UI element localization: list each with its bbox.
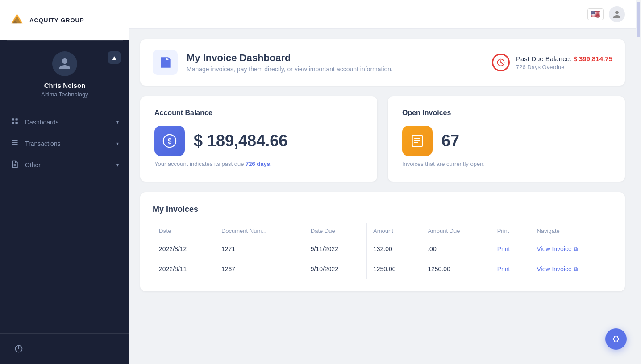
external-link-icon: ⧉	[574, 245, 578, 252]
svg-rect-3	[12, 118, 14, 120]
svg-line-19	[501, 62, 502, 64]
row1-amount: 132.00	[366, 239, 421, 259]
sidebar-item-dashboards[interactable]: Dashboards ▾	[0, 112, 129, 133]
open-invoices-card: Open Invoices 67 Invoices that are curre…	[388, 96, 625, 182]
svg-rect-10	[12, 140, 12, 141]
invoice-dashboard-icon	[159, 56, 171, 69]
sidebar-item-transactions-label: Transactions	[25, 140, 116, 147]
avatar	[52, 51, 77, 76]
dashboard-title: My Invoice Dashboard	[187, 52, 393, 64]
invoices-table-header: Date Document Num... Date Due Amount Amo…	[153, 223, 612, 239]
chevron-down-icon-2: ▾	[116, 141, 119, 147]
svg-text:$: $	[168, 137, 172, 145]
row2-navigate: View Invoice ⧉	[530, 259, 612, 279]
invoices-section: My Invoices Date Document Num... Date Du…	[140, 192, 625, 291]
row2-amount: 1250.00	[366, 259, 421, 279]
settings-fab[interactable]: ⚙	[605, 328, 627, 350]
external-link-icon-2: ⧉	[574, 265, 578, 273]
account-balance-value: $ 189,484.66	[194, 132, 287, 150]
scrollbar-thumb[interactable]	[637, 2, 640, 37]
row1-print[interactable]: Print	[491, 239, 530, 259]
sidebar: ACQUITY GROUP ▲ Chris Nelson Altima Tech…	[0, 0, 129, 364]
row1-amount-due: .00	[421, 239, 491, 259]
account-balance-card: Account Balance $ $ 189,484.66 Your acco…	[140, 96, 377, 182]
sidebar-item-other[interactable]: Other ▾	[0, 154, 129, 176]
view-invoice-link-1[interactable]: View Invoice ⧉	[537, 245, 606, 252]
dashboard-subtitle: Manage invoices, pay them directly, or v…	[187, 66, 393, 73]
svg-rect-24	[414, 140, 420, 141]
dashboard-header-left: My Invoice Dashboard Manage invoices, pa…	[153, 50, 393, 75]
svg-rect-9	[12, 144, 18, 145]
print-link-1[interactable]: Print	[497, 245, 510, 252]
account-balance-icon-box: $	[154, 126, 185, 156]
print-link-2[interactable]: Print	[497, 265, 510, 273]
svg-rect-8	[12, 142, 18, 143]
col-header-print: Print	[491, 223, 530, 239]
list-icon	[11, 139, 19, 149]
open-invoices-icon-box	[402, 126, 433, 156]
chevron-down-icon: ▾	[116, 119, 119, 125]
col-header-doc-num: Document Num...	[215, 223, 304, 239]
svg-rect-25	[414, 142, 418, 143]
col-header-date: Date	[153, 223, 215, 239]
main: 🇺🇸 My Invoice Dashboard Manag	[129, 0, 636, 364]
col-header-amount: Amount	[366, 223, 421, 239]
open-invoices-body: 67	[402, 126, 611, 156]
svg-rect-16	[162, 63, 166, 64]
svg-rect-6	[16, 122, 18, 124]
table-header-row: Date Document Num... Date Due Amount Amo…	[153, 223, 612, 239]
user-company: Altima Technology	[41, 91, 88, 98]
row2-doc-num: 1267	[215, 259, 304, 279]
user-avatar-icon	[58, 57, 71, 70]
stats-row: Account Balance $ $ 189,484.66 Your acco…	[140, 96, 625, 182]
svg-rect-4	[16, 118, 18, 120]
row1-doc-num: 1271	[215, 239, 304, 259]
grid-icon	[11, 117, 19, 127]
document-icon	[11, 160, 19, 170]
invoice-list-icon	[410, 133, 425, 149]
power-icon	[14, 344, 23, 353]
user-name: Chris Nelson	[44, 82, 86, 89]
open-invoices-value: 67	[441, 132, 459, 150]
open-invoices-note: Invoices that are currently open.	[402, 161, 611, 167]
row2-date-due: 9/10/2022	[304, 259, 366, 279]
scrollbar-track[interactable]	[636, 0, 641, 364]
open-invoices-title: Open Invoices	[402, 109, 611, 117]
past-due-amount: $ 399,814.75	[573, 55, 612, 62]
sidebar-item-transactions[interactable]: Transactions ▾	[0, 133, 129, 154]
language-flag-button[interactable]: 🇺🇸	[587, 8, 604, 20]
svg-rect-5	[12, 122, 14, 124]
sidebar-logo: ACQUITY GROUP	[0, 0, 129, 40]
row1-date-due: 9/11/2022	[304, 239, 366, 259]
power-button[interactable]	[11, 341, 27, 357]
logo-icon	[9, 12, 25, 28]
sidebar-nav: Dashboards ▾ Transactions ▾	[0, 107, 129, 333]
account-balance-title: Account Balance	[154, 109, 363, 117]
dashboard-icon-box	[153, 50, 178, 75]
account-balance-body: $ $ 189,484.66	[154, 126, 363, 156]
page-content: My Invoice Dashboard Manage invoices, pa…	[129, 29, 636, 364]
user-profile-button[interactable]	[609, 6, 625, 22]
table-row: 2022/8/11 1267 9/10/2022 1250.00 1250.00…	[153, 259, 612, 279]
row2-date: 2022/8/11	[153, 259, 215, 279]
svg-rect-15	[162, 62, 168, 62]
sidebar-item-other-label: Other	[25, 161, 116, 169]
past-due-info: Past Due Balance: $ 399,814.75 726 Days …	[516, 55, 612, 70]
dashboard-header-text: My Invoice Dashboard Manage invoices, pa…	[187, 52, 393, 73]
sidebar-item-dashboards-label: Dashboards	[25, 119, 116, 126]
past-due-label: Past Due Balance: $ 399,814.75	[516, 55, 612, 62]
clock-icon	[496, 58, 505, 67]
sidebar-user: ▲ Chris Nelson Altima Technology	[0, 41, 129, 107]
overdue-days: 726 days.	[246, 161, 272, 167]
past-due-clock-icon	[492, 54, 510, 71]
account-balance-note: Your account indicates its past due 726 …	[154, 161, 363, 167]
row2-print[interactable]: Print	[491, 259, 530, 279]
past-due-section: Past Due Balance: $ 399,814.75 726 Days …	[492, 54, 612, 71]
gear-icon: ⚙	[612, 334, 620, 344]
invoices-title: My Invoices	[153, 205, 612, 214]
table-row: 2022/8/12 1271 9/11/2022 132.00 .00 Prin…	[153, 239, 612, 259]
topbar-user-icon	[612, 10, 621, 19]
view-invoice-link-2[interactable]: View Invoice ⧉	[537, 265, 606, 273]
col-header-navigate: Navigate	[530, 223, 612, 239]
user-expand-button[interactable]: ▲	[108, 51, 121, 64]
